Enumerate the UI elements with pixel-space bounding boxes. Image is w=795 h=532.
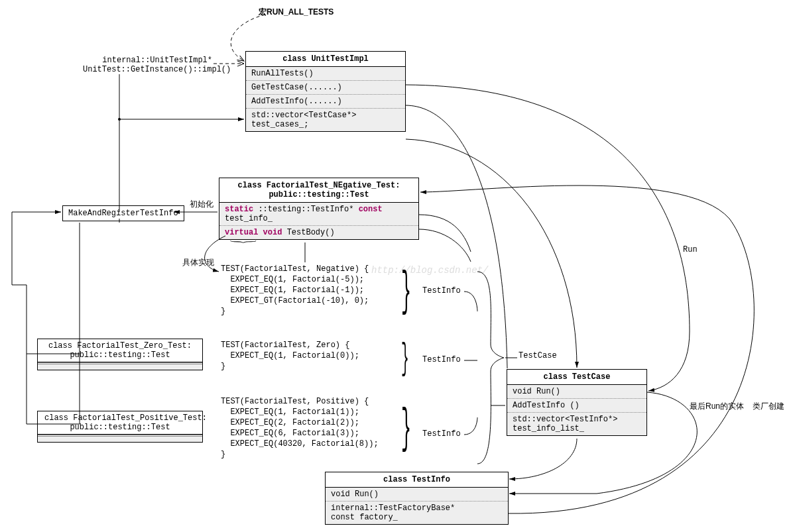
- brace-code2: }: [401, 340, 409, 377]
- box-makeandregister: MakeAndRegisterTestInfo: [62, 205, 184, 221]
- run-entity-label: 最后Run的实体: [690, 401, 744, 412]
- brace-under-negtest: ﹜: [221, 235, 262, 250]
- svg-point-0: [118, 118, 121, 121]
- box-positive-test: class FactorialTest_Positive_Test: publi…: [37, 411, 203, 443]
- run-label: Run: [683, 245, 698, 254]
- unittestimpl-addtestinfo: AddTestInfo(......): [246, 95, 405, 109]
- testinfo-run: void Run(): [326, 488, 508, 502]
- testcase-testinfolist: std::vector<TestInfo*> test_info_list_: [507, 413, 646, 435]
- testinfo-label-2: TestInfo: [422, 355, 461, 364]
- testinfo-label-1: TestInfo: [422, 286, 461, 295]
- unittestimpl-runalltests: RunAllTests(): [246, 67, 405, 81]
- zero-test-title: class FactorialTest_Zero_Test: public::t…: [38, 339, 202, 362]
- box-negative-test: class FactorialTest_NEgative_Test: publi…: [219, 178, 419, 240]
- positive-test-title: class FactorialTest_Positive_Test: publi…: [38, 411, 202, 435]
- box-unittestimpl: class UnitTestImpl RunAllTests() GetTest…: [245, 51, 406, 132]
- box-zero-test: class FactorialTest_Zero_Test: public::t…: [37, 339, 203, 370]
- brace-code1: }: [401, 268, 411, 316]
- unittestimpl-gettestcase: GetTestCase(......): [246, 81, 405, 95]
- brace-code3: }: [401, 405, 411, 453]
- code-negative: TEST(FactorialTest, Negative) { EXPECT_E…: [221, 264, 369, 317]
- code-positive: TEST(FactorialTest, Positive) { EXPECT_E…: [221, 396, 379, 460]
- factory-label: 类厂创建: [753, 401, 784, 412]
- testinfo-factory: internal::TestFactoryBase* const factory…: [326, 502, 508, 524]
- unittestimpl-title: class UnitTestImpl: [246, 52, 405, 67]
- box-testinfo: class TestInfo void Run() internal::Test…: [325, 472, 509, 525]
- impl-label: 具体实现: [182, 257, 214, 268]
- negative-test-testinfo: static ::testing::TestInfo* const test_i…: [219, 203, 418, 226]
- unittestimpl-pointer-label: internal::UnitTestImpl* UnitTest::GetIns…: [83, 56, 212, 74]
- macro-label: 宏RUN_ALL_TESTS: [259, 7, 334, 18]
- testcase-run: void Run(): [507, 385, 646, 399]
- testcase-addtestinfo: AddTestInfo (): [507, 399, 646, 413]
- unittestimpl-testcases: std::vector<TestCase*> test_cases_;: [246, 109, 405, 131]
- testcase-big-label: TestCase: [519, 351, 557, 360]
- negative-test-title: class FactorialTest_NEgative_Test: publi…: [219, 178, 418, 203]
- testinfo-title: class TestInfo: [326, 472, 508, 488]
- code-zero: TEST(FactorialTest, Zero) { EXPECT_EQ(1,…: [221, 340, 359, 372]
- init-label: 初始化: [190, 199, 214, 210]
- watermark: http://blog.csdn.net/: [371, 265, 488, 276]
- testinfo-label-3: TestInfo: [422, 429, 461, 439]
- box-testcase: class TestCase void Run() AddTestInfo ()…: [507, 369, 647, 436]
- testcase-title: class TestCase: [507, 370, 646, 385]
